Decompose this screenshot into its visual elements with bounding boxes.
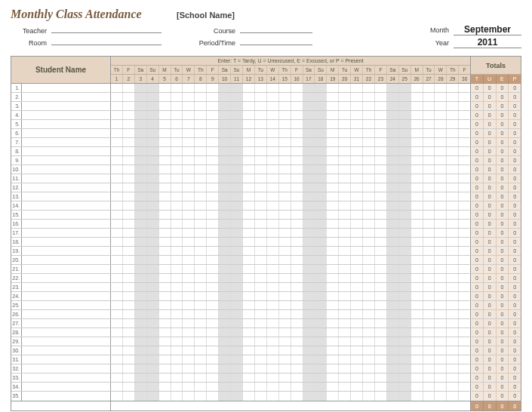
- attendance-cell[interactable]: [255, 102, 267, 110]
- attendance-cell[interactable]: [159, 364, 171, 373]
- attendance-cell[interactable]: [195, 392, 207, 401]
- attendance-cell[interactable]: [291, 328, 303, 337]
- attendance-cell[interactable]: [327, 84, 339, 92]
- attendance-cell[interactable]: [435, 374, 447, 382]
- attendance-cell[interactable]: [399, 147, 411, 155]
- attendance-cell[interactable]: [111, 337, 123, 346]
- attendance-cell[interactable]: [315, 165, 327, 174]
- attendance-cell[interactable]: [267, 211, 279, 219]
- attendance-cell[interactable]: [231, 383, 243, 391]
- attendance-cell[interactable]: [375, 301, 387, 309]
- attendance-cell[interactable]: [435, 346, 447, 355]
- attendance-cell[interactable]: [447, 247, 459, 255]
- attendance-cell[interactable]: [447, 156, 459, 164]
- attendance-cell[interactable]: [423, 238, 435, 246]
- attendance-cell[interactable]: [243, 238, 255, 246]
- attendance-cell[interactable]: [339, 165, 351, 174]
- attendance-cell[interactable]: [123, 364, 135, 373]
- attendance-cell[interactable]: [399, 364, 411, 373]
- attendance-cell[interactable]: [123, 247, 135, 255]
- attendance-cell[interactable]: [123, 265, 135, 273]
- attendance-cell[interactable]: [159, 374, 171, 382]
- attendance-cell[interactable]: [159, 301, 171, 309]
- attendance-cell[interactable]: [147, 319, 159, 327]
- attendance-cell[interactable]: [147, 102, 159, 110]
- attendance-cell[interactable]: [207, 355, 219, 364]
- attendance-cell[interactable]: [435, 265, 447, 273]
- name-cell[interactable]: [22, 192, 111, 201]
- attendance-cell[interactable]: [207, 265, 219, 273]
- attendance-cell[interactable]: [267, 129, 279, 137]
- attendance-cell[interactable]: [279, 156, 291, 164]
- attendance-cell[interactable]: [207, 84, 219, 92]
- attendance-cell[interactable]: [375, 183, 387, 192]
- attendance-cell[interactable]: [171, 111, 183, 119]
- attendance-cell[interactable]: [243, 310, 255, 318]
- attendance-cell[interactable]: [195, 346, 207, 355]
- attendance-cell[interactable]: [195, 84, 207, 92]
- attendance-cell[interactable]: [147, 337, 159, 346]
- attendance-cell[interactable]: [363, 238, 375, 246]
- attendance-cell[interactable]: [171, 120, 183, 128]
- attendance-cell[interactable]: [219, 102, 231, 110]
- attendance-cell[interactable]: [291, 138, 303, 146]
- attendance-cell[interactable]: [279, 111, 291, 119]
- attendance-cell[interactable]: [159, 355, 171, 364]
- attendance-cell[interactable]: [219, 310, 231, 318]
- attendance-cell[interactable]: [243, 93, 255, 101]
- attendance-cell[interactable]: [183, 220, 195, 228]
- attendance-cell[interactable]: [327, 201, 339, 210]
- attendance-cell[interactable]: [171, 211, 183, 219]
- attendance-cell[interactable]: [435, 301, 447, 309]
- attendance-cell[interactable]: [351, 211, 363, 219]
- attendance-cell[interactable]: [279, 283, 291, 291]
- attendance-cell[interactable]: [195, 292, 207, 300]
- attendance-cell[interactable]: [387, 192, 399, 201]
- attendance-cell[interactable]: [303, 120, 315, 128]
- attendance-cell[interactable]: [351, 229, 363, 237]
- attendance-cell[interactable]: [279, 292, 291, 300]
- attendance-cell[interactable]: [279, 165, 291, 174]
- attendance-cell[interactable]: [219, 337, 231, 346]
- attendance-cell[interactable]: [423, 301, 435, 309]
- attendance-cell[interactable]: [387, 147, 399, 155]
- attendance-cell[interactable]: [435, 337, 447, 346]
- attendance-cell[interactable]: [447, 310, 459, 318]
- attendance-cell[interactable]: [243, 192, 255, 201]
- name-cell[interactable]: [22, 238, 111, 246]
- attendance-cell[interactable]: [423, 138, 435, 146]
- attendance-cell[interactable]: [411, 310, 423, 318]
- attendance-cell[interactable]: [267, 147, 279, 155]
- attendance-cell[interactable]: [255, 383, 267, 391]
- attendance-cell[interactable]: [423, 165, 435, 174]
- attendance-cell[interactable]: [423, 337, 435, 346]
- attendance-cell[interactable]: [411, 192, 423, 201]
- attendance-cell[interactable]: [267, 220, 279, 228]
- attendance-cell[interactable]: [291, 165, 303, 174]
- attendance-cell[interactable]: [207, 129, 219, 137]
- attendance-cell[interactable]: [147, 165, 159, 174]
- attendance-cell[interactable]: [231, 337, 243, 346]
- attendance-cell[interactable]: [411, 102, 423, 110]
- attendance-cell[interactable]: [147, 392, 159, 401]
- attendance-cell[interactable]: [459, 192, 470, 201]
- attendance-cell[interactable]: [435, 392, 447, 401]
- attendance-cell[interactable]: [207, 93, 219, 101]
- name-cell[interactable]: [22, 283, 111, 291]
- attendance-cell[interactable]: [123, 328, 135, 337]
- attendance-cell[interactable]: [327, 364, 339, 373]
- attendance-cell[interactable]: [123, 102, 135, 110]
- attendance-cell[interactable]: [159, 84, 171, 92]
- attendance-cell[interactable]: [399, 211, 411, 219]
- attendance-cell[interactable]: [339, 328, 351, 337]
- attendance-cell[interactable]: [339, 256, 351, 264]
- attendance-cell[interactable]: [315, 102, 327, 110]
- attendance-cell[interactable]: [231, 392, 243, 401]
- attendance-cell[interactable]: [243, 111, 255, 119]
- attendance-cell[interactable]: [387, 138, 399, 146]
- attendance-cell[interactable]: [411, 129, 423, 137]
- attendance-cell[interactable]: [399, 274, 411, 282]
- attendance-cell[interactable]: [423, 346, 435, 355]
- attendance-cell[interactable]: [459, 111, 470, 119]
- attendance-cell[interactable]: [351, 238, 363, 246]
